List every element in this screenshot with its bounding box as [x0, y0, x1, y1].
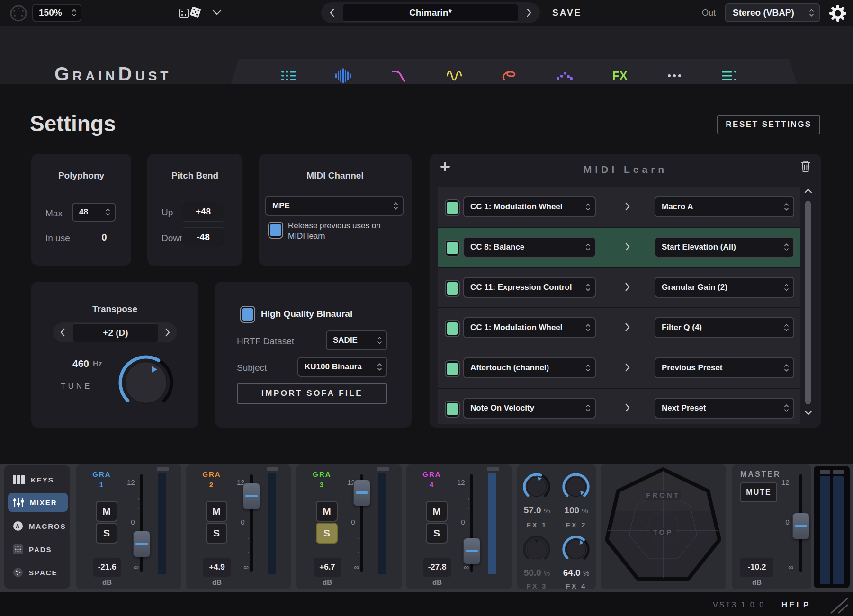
mapping-source-select[interactable]: Aftertouch (channel) — [463, 357, 596, 378]
binaural-checkbox[interactable] — [241, 307, 254, 322]
import-sofa-button[interactable]: IMPORT SOFA FILE — [237, 383, 387, 404]
tune-value[interactable]: 460 — [56, 358, 89, 369]
mapping-target-select[interactable]: Granular Gain (2) — [655, 277, 794, 298]
scrollbar-thumb[interactable] — [805, 201, 811, 404]
scale-bottom: –∞ — [338, 563, 359, 571]
master-panel: MASTER MUTE 12– 0– –∞ -10.2 dB — [732, 464, 811, 589]
polyphony-max-label: Max — [45, 208, 63, 219]
mixer-section: KEYS MIXER A MACROS PADS — [0, 464, 853, 592]
sidebar-item-space[interactable]: SPACE — [8, 563, 68, 582]
hrtf-dataset-select[interactable]: SADIE — [326, 330, 387, 350]
zoom-stepper[interactable]: 150% — [32, 4, 81, 22]
chevron-right-icon — [625, 202, 630, 211]
channel-db-value[interactable]: +6.7 — [314, 558, 341, 577]
settings-gear-icon[interactable] — [829, 4, 847, 22]
output-format-select[interactable]: Stereo (VBAP) — [725, 3, 820, 22]
chevron-right-icon — [625, 242, 630, 251]
mute-button[interactable]: M — [316, 501, 338, 522]
fx1-label: FX 1 — [517, 521, 557, 529]
master-db-value[interactable]: -10.2 — [740, 558, 773, 577]
master-mute-button[interactable]: MUTE — [740, 482, 777, 502]
sidebar-item-pads[interactable]: PADS — [8, 540, 68, 559]
mapping-target-select[interactable]: Macro A — [655, 196, 794, 217]
mapping-target-select[interactable]: Filter Q (4) — [655, 317, 794, 338]
reset-settings-button[interactable]: RESET SETTINGS — [717, 115, 820, 134]
solo-button-active[interactable]: S — [316, 523, 338, 544]
mapping-source-select[interactable]: CC 8: Balance — [463, 237, 596, 258]
pitch-bend-down-value[interactable]: -48 — [182, 227, 224, 247]
chevron-down-icon[interactable] — [212, 9, 222, 16]
mapping-target-select[interactable]: Previous Preset — [655, 357, 794, 378]
preset-next-button[interactable] — [522, 7, 536, 18]
mapping-enabled-checkbox[interactable] — [446, 281, 459, 296]
master-title: MASTER — [740, 470, 781, 479]
mapping-enabled-checkbox[interactable] — [446, 361, 459, 376]
sidebar-item-keys[interactable]: KEYS — [8, 470, 68, 489]
mapping-target-select[interactable]: Next Preset — [655, 398, 794, 419]
transpose-next-button[interactable] — [165, 328, 171, 337]
help-button[interactable]: HELP — [781, 600, 810, 610]
channel-db-value[interactable]: -27.8 — [423, 558, 451, 577]
sidebar-item-macros[interactable]: A MACROS — [8, 517, 68, 536]
channel-db-value[interactable]: -21.6 — [93, 558, 121, 577]
fx-icon: FX — [594, 66, 646, 85]
stepper-updown-icon — [809, 9, 814, 17]
preset-prev-button[interactable] — [325, 7, 339, 18]
channel-name: GRA4 — [415, 469, 449, 490]
midi-channel-select[interactable]: MPE — [265, 196, 404, 216]
scroll-down-icon[interactable] — [804, 410, 812, 415]
pitch-bend-up-value[interactable]: +48 — [182, 202, 224, 222]
fader-track[interactable] — [140, 474, 143, 572]
tune-knob[interactable] — [114, 350, 178, 415]
space-radar[interactable]: FRONT TOP — [601, 464, 726, 589]
midi-channel-title: MIDI Channel — [259, 170, 412, 181]
mapping-source-select[interactable]: CC 1: Modulation Wheel — [463, 196, 596, 217]
fx-sends-panel: 57.0 % 100 % FX 1 FX 2 50.0 % — [517, 464, 596, 589]
channel-db-value[interactable]: +4.9 — [203, 558, 231, 577]
resize-handle-icon[interactable] — [827, 597, 850, 614]
mute-button[interactable]: M — [96, 501, 117, 522]
fader-thumb[interactable] — [463, 538, 480, 564]
polyphony-inuse-label: In use — [45, 233, 70, 243]
fx1-value: 57.0 % — [517, 505, 557, 516]
sidebar-item-mixer[interactable]: MIXER — [8, 493, 68, 512]
fx4-knob[interactable] — [560, 534, 592, 565]
preset-name-field[interactable]: Chimarin* — [343, 4, 518, 22]
fx2-knob[interactable] — [560, 471, 592, 502]
brand-logo: GrainDust — [54, 63, 171, 85]
mapping-source-select[interactable]: CC 11: Expression Control — [463, 277, 596, 298]
polyphony-max-stepper[interactable]: 48 — [72, 203, 116, 222]
save-button[interactable]: SAVE — [552, 8, 582, 18]
fx1-knob[interactable] — [521, 471, 552, 502]
scroll-up-icon[interactable] — [804, 188, 812, 194]
trash-icon[interactable] — [800, 160, 811, 172]
transpose-value-field[interactable]: +2 (D) — [73, 323, 158, 342]
transpose-prev-button[interactable] — [60, 328, 65, 337]
mapping-enabled-checkbox[interactable] — [446, 402, 459, 417]
mute-button[interactable]: M — [426, 501, 448, 522]
solo-button[interactable]: S — [96, 523, 117, 544]
mute-button[interactable]: M — [206, 501, 227, 522]
dice-randomize-icon[interactable] — [179, 5, 202, 20]
solo-button[interactable]: S — [206, 523, 227, 544]
fader-thumb[interactable] — [353, 480, 370, 506]
mapping-target-select[interactable]: Start Elevation (All) — [655, 237, 794, 258]
subject-select[interactable]: KU100 Binaura — [297, 357, 387, 377]
mapping-enabled-checkbox[interactable] — [446, 241, 459, 256]
mapping-source-select[interactable]: CC 1: Modulation Wheel — [463, 317, 596, 338]
mapping-source-select[interactable]: Note On Velocity — [463, 398, 596, 419]
meter-cap — [377, 467, 389, 471]
master-fader-thumb[interactable] — [792, 513, 809, 539]
db-unit: dB — [423, 578, 451, 586]
solo-button[interactable]: S — [426, 523, 448, 544]
mapping-enabled-checkbox[interactable] — [446, 321, 459, 336]
stepper-updown-icon[interactable] — [72, 9, 77, 17]
filter-curve-icon — [373, 66, 425, 85]
fx3-knob-disabled[interactable] — [521, 534, 552, 565]
mapping-enabled-checkbox[interactable] — [446, 200, 459, 215]
fx4-label: FX 4 — [557, 582, 596, 590]
chevron-right-icon — [625, 363, 630, 372]
fader-thumb[interactable] — [243, 483, 260, 509]
fader-thumb[interactable] — [133, 531, 150, 557]
release-previous-checkbox[interactable] — [269, 223, 282, 238]
